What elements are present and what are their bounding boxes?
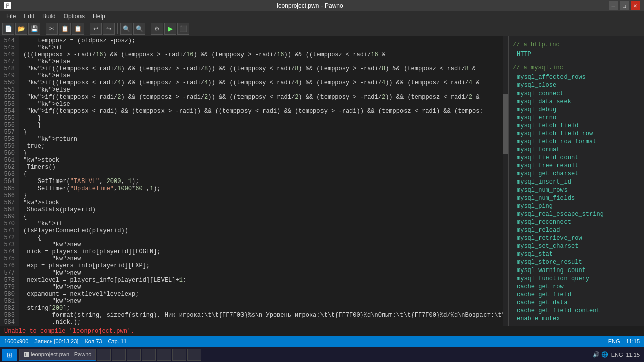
line-number: 563 bbox=[2, 171, 15, 178]
cut-button[interactable]: ✂ bbox=[46, 23, 58, 35]
start-button[interactable]: ⊞ bbox=[2, 349, 17, 361]
line-number: 578 bbox=[2, 277, 15, 284]
taskbar-pawno[interactable]: 🅿 leonproject.pwn - Pawno bbox=[19, 349, 96, 361]
status-lang: ENG bbox=[608, 338, 620, 344]
code-scroll-area[interactable]: 5445455465475485495505515525535545555565… bbox=[0, 36, 508, 326]
run-button[interactable]: ▶ bbox=[164, 23, 176, 35]
rp-item-1-8[interactable]: mysql_fetch_row_format bbox=[509, 138, 644, 146]
menu-file[interactable]: File bbox=[2, 11, 20, 21]
rp-item-1-18[interactable]: mysql_reconnect bbox=[509, 218, 644, 226]
menu-options[interactable]: Options bbox=[60, 11, 89, 21]
taskbar-item-6[interactable] bbox=[157, 349, 171, 361]
find-button[interactable]: 🔍 bbox=[120, 23, 132, 35]
code-line: } bbox=[23, 122, 508, 129]
rp-item-1-15[interactable]: mysql_num_fields bbox=[509, 194, 644, 202]
rp-item-1-13[interactable]: mysql_insert_id bbox=[509, 178, 644, 186]
rp-item-1-29[interactable]: cache_get_field_content bbox=[509, 307, 644, 315]
code-line: { bbox=[23, 213, 508, 220]
taskbar-item-3[interactable] bbox=[112, 349, 126, 361]
redo-button[interactable]: ↪ bbox=[103, 23, 115, 35]
rp-item-1-6[interactable]: mysql_fetch_field bbox=[509, 122, 644, 130]
rp-item-1-7[interactable]: mysql_fetch_field_row bbox=[509, 130, 644, 138]
rp-item-1-3[interactable]: mysql_data_seek bbox=[509, 98, 644, 106]
close-button[interactable]: ✕ bbox=[631, 1, 640, 10]
line-number: 559 bbox=[2, 143, 15, 150]
rp-item-1-16[interactable]: mysql_ping bbox=[509, 202, 644, 210]
menu-build[interactable]: Build bbox=[38, 11, 60, 21]
rp-item-1-12[interactable]: mysql_get_charset bbox=[509, 170, 644, 178]
code-line: tempposz = (oldposz -posz); bbox=[23, 37, 508, 44]
settings-button[interactable]: ⚙ bbox=[151, 23, 163, 35]
taskbar-item-5[interactable] bbox=[142, 349, 156, 361]
rp-item-1-28[interactable]: cache_get_data bbox=[509, 299, 644, 307]
rp-item-1-24[interactable]: mysql_warning_count bbox=[509, 266, 644, 275]
toolbar: 📄 📂 💾 ✂ 📋 📋 ↩ ↪ 🔍 🔍 ⚙ ▶ ⬛ bbox=[0, 21, 644, 36]
minimize-button[interactable]: ─ bbox=[609, 1, 618, 10]
rp-item-1-23[interactable]: mysql_store_result bbox=[509, 258, 644, 266]
line-number: 556 bbox=[2, 122, 15, 129]
rp-item-1-1[interactable]: mysql_close bbox=[509, 81, 644, 89]
tray-time: 11:15 bbox=[626, 352, 640, 358]
code-line: "kw">if bbox=[23, 220, 508, 227]
taskbar-item-8[interactable] bbox=[187, 349, 201, 361]
undo-button[interactable]: ↩ bbox=[90, 23, 102, 35]
rp-item-1-20[interactable]: mysql_retrieve_row bbox=[509, 234, 644, 242]
line-number: 573 bbox=[2, 241, 15, 248]
scrollbar-thumb[interactable] bbox=[503, 94, 508, 154]
code-line: "kw">if bbox=[23, 44, 508, 51]
line-number: 577 bbox=[2, 269, 15, 277]
code-line: "kw">stock bbox=[23, 199, 508, 206]
line-number: 584 bbox=[2, 319, 15, 326]
rp-section-1: // a_mysql.inc bbox=[509, 61, 644, 73]
rp-item-1-19[interactable]: mysql_reload bbox=[509, 226, 644, 234]
new-file-button[interactable]: 📄 bbox=[2, 23, 14, 35]
rp-item-1-10[interactable]: mysql_field_count bbox=[509, 154, 644, 162]
code-line: "kw">new bbox=[23, 284, 508, 291]
title-bar: 🅿 leonproject.pwn - Pawno ─ □ ✕ bbox=[0, 0, 644, 11]
rp-item-1-27[interactable]: cache_get_field bbox=[509, 291, 644, 299]
taskbar-item-2[interactable] bbox=[97, 349, 111, 361]
open-file-button[interactable]: 📂 bbox=[15, 23, 27, 35]
rp-item-1-4[interactable]: mysql_debug bbox=[509, 106, 644, 114]
code-editor[interactable]: 5445455465475485495505515525535545555565… bbox=[0, 36, 508, 326]
line-number: 558 bbox=[2, 136, 15, 143]
rp-item-1-0[interactable]: mysql_affected_rows bbox=[509, 73, 644, 81]
maximize-button[interactable]: □ bbox=[620, 1, 629, 10]
code-line: ,nick,); bbox=[23, 319, 508, 326]
line-number: 544 bbox=[2, 37, 15, 44]
code-line: "kw">else bbox=[23, 101, 508, 108]
paste-button[interactable]: 📋 bbox=[72, 23, 84, 35]
code-content[interactable]: tempposz = (oldposz -posz); "kw">if(((te… bbox=[19, 36, 508, 326]
line-number: 572 bbox=[2, 234, 15, 241]
rp-item-1-17[interactable]: mysql_real_escape_string bbox=[509, 210, 644, 218]
right-panel: // a_http.incHTTP// a_mysql.incmysql_aff… bbox=[508, 36, 644, 326]
taskbar-item-4[interactable] bbox=[127, 349, 141, 361]
rp-item-1-2[interactable]: mysql_connect bbox=[509, 89, 644, 98]
copy-button[interactable]: 📋 bbox=[59, 23, 71, 35]
window-title: leonproject.pwn - Pawno bbox=[11, 2, 609, 9]
line-number: 583 bbox=[2, 312, 15, 319]
stop-button[interactable]: ⬛ bbox=[177, 23, 189, 35]
line-number: 571 bbox=[2, 227, 15, 234]
rp-item-1-30[interactable]: enable_mutex bbox=[509, 315, 644, 323]
line-number: 557 bbox=[2, 129, 15, 136]
line-number: 580 bbox=[2, 291, 15, 298]
save-file-button[interactable]: 💾 bbox=[28, 23, 40, 35]
rp-item-1-5[interactable]: mysql_errno bbox=[509, 114, 644, 122]
rp-item-1-9[interactable]: mysql_format bbox=[509, 146, 644, 154]
line-numbers: 5445455465475485495505515525535545555565… bbox=[0, 36, 19, 326]
rp-item-1-25[interactable]: mysql_function_query bbox=[509, 275, 644, 283]
rp-item-1-14[interactable]: mysql_num_rows bbox=[509, 186, 644, 194]
rp-item-1-26[interactable]: cache_get_row bbox=[509, 283, 644, 291]
menu-edit[interactable]: Edit bbox=[20, 11, 38, 21]
menu-help[interactable]: Help bbox=[89, 11, 109, 21]
line-number: 551 bbox=[2, 86, 15, 94]
vertical-scrollbar[interactable] bbox=[503, 36, 508, 326]
line-number: 547 bbox=[2, 58, 15, 65]
rp-item-1-11[interactable]: mysql_free_result bbox=[509, 162, 644, 170]
taskbar-item-7[interactable] bbox=[172, 349, 186, 361]
rp-item-1-21[interactable]: mysql_set_charset bbox=[509, 242, 644, 250]
rp-item-1-22[interactable]: mysql_stat bbox=[509, 250, 644, 258]
rp-item-0-0[interactable]: HTTP bbox=[509, 50, 644, 58]
find-replace-button[interactable]: 🔍 bbox=[133, 23, 145, 35]
